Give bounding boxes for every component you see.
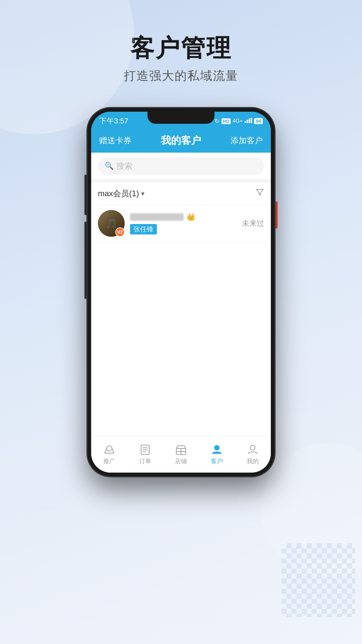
customer-tag: 张任锋 [130, 224, 157, 234]
rotate-icon: ↻ [215, 117, 220, 125]
battery-icon: 94 [254, 118, 263, 124]
svg-rect-1 [247, 120, 248, 123]
chevron-down-icon: ▾ [141, 190, 144, 198]
tab-promotion-label: 推广 [103, 457, 115, 465]
svg-point-12 [215, 445, 219, 450]
nav-title: 我的客户 [161, 134, 201, 148]
page-header: 客户管理 打造强大的私域流量 [0, 0, 362, 98]
network-icon: HD [222, 118, 231, 124]
tab-shop[interactable]: 店铺 [163, 444, 199, 465]
v-level-badge: V2 [115, 227, 125, 237]
page-subtitle: 打造强大的私域流量 [0, 68, 362, 84]
content-area: 🔍 搜索 max会员(1) ▾ [91, 153, 271, 436]
wifi-bars-icon [245, 118, 252, 124]
status-icons: ↻ HD 4G+ 94 [215, 117, 263, 125]
customer-info: 👑 张任锋 [130, 213, 237, 234]
nav-left-button[interactable]: 赠送卡券 [99, 135, 131, 146]
phone-notch [147, 112, 215, 124]
phone-wrapper: 下午3:57 ↻ HD 4G+ 94 [0, 108, 362, 477]
filter-label: max会员(1) [98, 188, 139, 199]
tab-customers[interactable]: 客户 [199, 444, 235, 465]
search-input-wrapper[interactable]: 🔍 搜索 [98, 157, 264, 175]
customer-item[interactable]: V2 👑 张任锋 未来过 [91, 205, 271, 243]
filter-funnel-icon[interactable] [255, 188, 264, 199]
phone-screen: 下午3:57 ↻ HD 4G+ 94 [91, 112, 271, 473]
tab-shop-label: 店铺 [175, 457, 187, 465]
customer-name-blurred [130, 213, 184, 221]
tab-customers-label: 客户 [211, 457, 223, 465]
filter-bar: max会员(1) ▾ [91, 182, 271, 205]
customer-list: V2 👑 张任锋 未来过 [91, 205, 271, 436]
search-input[interactable]: 搜索 [116, 161, 132, 171]
customer-name-row: 👑 [130, 213, 237, 221]
tab-profile-label: 我的 [247, 457, 259, 465]
crown-icon: 👑 [186, 213, 195, 221]
search-bar: 🔍 搜索 [91, 153, 271, 180]
tab-promotion[interactable]: 推广 [91, 444, 127, 465]
page-title: 客户管理 [0, 34, 362, 62]
tab-orders[interactable]: 订单 [127, 444, 163, 465]
tab-orders-label: 订单 [139, 457, 151, 465]
signal-icon: 4G+ [233, 118, 243, 124]
svg-point-4 [107, 446, 112, 451]
svg-point-13 [250, 445, 255, 450]
search-icon: 🔍 [105, 162, 114, 170]
tab-bar: 推广 订单 [91, 436, 271, 473]
svg-rect-0 [245, 121, 246, 123]
avatar-wrapper: V2 [98, 210, 125, 237]
svg-rect-2 [249, 118, 250, 123]
nav-right-button[interactable]: 添加客户 [231, 135, 263, 146]
customer-tag-row: 张任锋 [130, 224, 237, 234]
phone-frame: 下午3:57 ↻ HD 4G+ 94 [87, 108, 275, 477]
status-time: 下午3:57 [99, 116, 128, 126]
svg-rect-3 [251, 118, 252, 123]
filter-left[interactable]: max会员(1) ▾ [98, 188, 144, 199]
nav-bar: 赠送卡券 我的客户 添加客户 [91, 128, 271, 153]
customer-status: 未来过 [242, 218, 264, 228]
tab-profile[interactable]: 我的 [235, 444, 271, 465]
